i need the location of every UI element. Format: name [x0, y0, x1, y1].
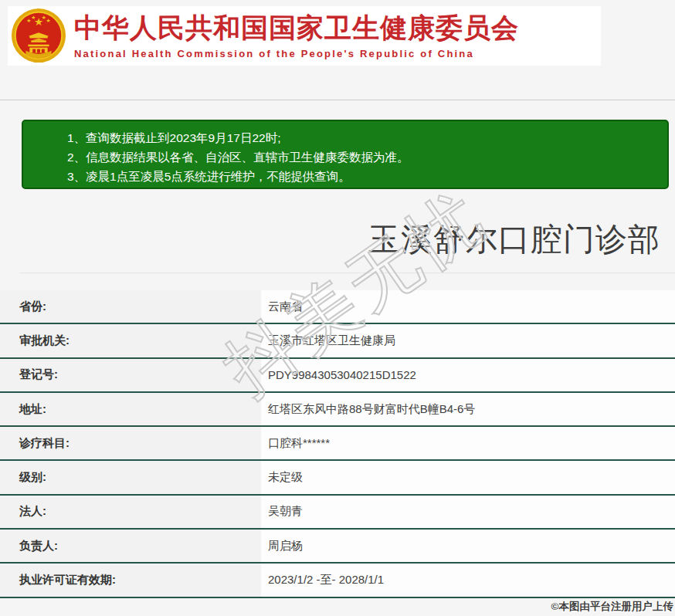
- site-title-english: National Health Commission of the People…: [74, 48, 519, 59]
- row-label: 审批机关:: [0, 324, 261, 357]
- notice-line-1: 1、查询数据截止到2023年9月17日22时;: [67, 128, 660, 147]
- svg-text:★: ★: [46, 18, 51, 23]
- table-row-treatment-subjects: 诊疗科目: 口腔科******: [0, 427, 675, 461]
- table-row-person-in-charge: 负责人: 周启杨: [0, 530, 675, 564]
- upload-attribution-watermark: ©本图由平台注册用户上传: [551, 600, 673, 614]
- row-label: 地址:: [0, 393, 261, 425]
- row-value: 口腔科******: [261, 427, 675, 459]
- row-value: 2023/1/2 -至- 2028/1/1: [261, 564, 675, 596]
- query-result-page: ★ ★ ★ ★ ★ 中华人民共和国国家卫生健康委员会 National Heal…: [0, 0, 675, 616]
- row-value: 玉溪市红塔区卫生健康局: [261, 324, 675, 357]
- row-value: 云南省: [261, 290, 675, 323]
- notice-line-2: 2、信息数据结果以各省、自治区、直辖市卫生健康委数据为准。: [67, 147, 660, 167]
- row-value: 未定级: [261, 461, 675, 493]
- table-row-registration-number: 登记号: PDY99843053040215D1522: [0, 359, 675, 393]
- table-row-license-validity: 执业许可证有效期: 2023/1/2 -至- 2028/1/1: [0, 564, 675, 597]
- row-value: 吴朝青: [261, 496, 675, 528]
- row-label: 法人:: [0, 496, 261, 528]
- notice-line-3: 3、凌晨1点至凌晨5点系统进行维护，不能提供查询。: [67, 167, 660, 186]
- row-value: 红塔区东风中路88号财富时代B幢B4-6号: [261, 393, 675, 425]
- site-title-chinese: 中华人民共和国国家卫生健康委员会: [74, 12, 519, 43]
- row-label: 负责人:: [0, 530, 261, 562]
- row-label: 执业许可证有效期:: [0, 564, 261, 596]
- svg-text:★: ★: [31, 14, 36, 19]
- row-label: 登记号:: [0, 359, 261, 391]
- row-label: 诊疗科目:: [0, 427, 261, 459]
- institution-name-title: 玉溪舒尔口腔门诊部: [368, 218, 660, 261]
- header-divider: [0, 100, 675, 100]
- table-row-approval-authority: 审批机关: 玉溪市红塔区卫生健康局: [0, 324, 675, 358]
- table-row-province: 省份: 云南省: [0, 290, 675, 324]
- row-label: 级别:: [0, 461, 261, 493]
- row-label: 省份:: [0, 290, 261, 323]
- header-titles: 中华人民共和国国家卫生健康委员会 National Health Commiss…: [74, 12, 519, 59]
- section-divider: [19, 272, 675, 273]
- table-row-legal-person: 法人: 吴朝青: [0, 496, 675, 530]
- china-national-emblem-icon: ★ ★ ★ ★ ★: [10, 8, 67, 65]
- query-notice-box: 1、查询数据截止到2023年9月17日22时; 2、信息数据结果以各省、自治区、…: [22, 120, 669, 189]
- institution-detail-table: 省份: 云南省 审批机关: 玉溪市红塔区卫生健康局 登记号: PDY998430…: [0, 290, 675, 598]
- table-row-address: 地址: 红塔区东风中路88号财富时代B幢B4-6号: [0, 393, 675, 427]
- row-value: 周启杨: [261, 530, 675, 562]
- table-row-level: 级别: 未定级: [0, 461, 675, 495]
- site-header: ★ ★ ★ ★ ★ 中华人民共和国国家卫生健康委员会 National Heal…: [8, 6, 601, 66]
- row-value: PDY99843053040215D1522: [261, 359, 675, 391]
